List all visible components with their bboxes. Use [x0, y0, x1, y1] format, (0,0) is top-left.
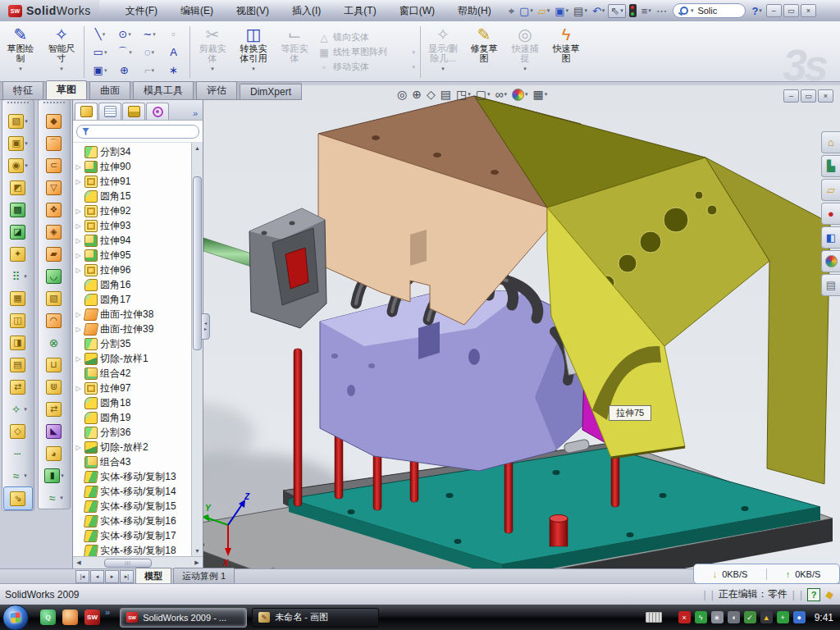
panel-overflow-chevron[interactable]: » [193, 108, 201, 120]
overflow-icon[interactable]: ⋯ [655, 5, 669, 17]
surface-toolbar-button[interactable]: ⊂ [40, 154, 68, 176]
surface-toolbar-button[interactable]: ⊗ [40, 331, 68, 354]
tree-item[interactable]: ▷ 拉伸94 [73, 233, 191, 248]
tab-nav-button[interactable]: |◂ [75, 570, 89, 583]
feature-toolbar-button[interactable]: ◪ [4, 221, 32, 243]
feature-toolbar-button[interactable]: ◨ [4, 331, 32, 354]
panel-splitter-handle[interactable]: ◂▸ [201, 313, 210, 340]
toolbar-grip[interactable] [43, 102, 65, 107]
tree-item[interactable]: ▷ 拉伸93 [73, 218, 191, 233]
sketch-entity-button[interactable]: ╲▾ [88, 25, 112, 43]
command-tab[interactable]: 草图 [46, 80, 87, 99]
expand-arrow-icon[interactable]: ▷ [75, 355, 82, 363]
tree-item[interactable]: ▷ 曲面-拉伸39 [73, 322, 191, 336]
save-button[interactable]: ▣▾ [553, 5, 570, 17]
command-tab[interactable]: 曲面 [89, 81, 130, 99]
feature-toolbar-button[interactable]: ⇘ [3, 486, 33, 510]
print-button[interactable]: ▤▾ [572, 5, 589, 17]
home-icon[interactable]: ⌂ [821, 131, 840, 153]
surface-toolbar-button[interactable]: ⊔ [40, 354, 68, 376]
feature-toolbar-button[interactable]: ◉ ▾ [4, 154, 32, 176]
messenger-icon[interactable]: Q [40, 609, 56, 625]
network-warning-icon[interactable]: ▲ [760, 611, 773, 623]
expand-arrow-icon[interactable]: ▷ [75, 237, 82, 244]
surface-toolbar-button[interactable]: ◣ [40, 420, 68, 442]
task-button-solidworks[interactable]: SW SolidWorks 2009 - ... [120, 608, 247, 628]
hide-show-icon[interactable]: ∞▾ [495, 88, 507, 101]
scroll-left-icon[interactable]: ◀ [73, 559, 84, 566]
pin-icon[interactable]: ⌖ [507, 5, 516, 17]
expand-arrow-icon[interactable]: ▷ [75, 252, 82, 259]
resources-icon[interactable]: ● [821, 203, 840, 225]
appearances-icon[interactable]: ▾ [512, 89, 528, 101]
tree-item[interactable]: 实体-移动/复制15 [73, 499, 191, 514]
shield-lightning-icon[interactable]: ϟ [695, 611, 707, 623]
feature-toolbar-button[interactable]: ⠿ ▾ [4, 265, 32, 287]
sketch-entity-button[interactable]: ∗ [162, 62, 186, 80]
surface-toolbar-button[interactable]: ⌒ [40, 132, 68, 154]
feature-toolbar-button[interactable]: ┄ [4, 442, 32, 464]
sketch-entity-button[interactable]: ◌▾ [137, 43, 162, 62]
feature-toolbar-button[interactable]: ◇ [4, 420, 32, 442]
tree-item[interactable]: 实体-移动/复制17 [73, 528, 191, 543]
antivirus-icon[interactable]: × [678, 611, 691, 623]
sketch-entity-button[interactable]: A [162, 43, 186, 62]
tree-item[interactable]: 圆角19 [73, 410, 191, 425]
feature-toolbar-button[interactable]: ▣ ▾ [4, 132, 32, 154]
tree-item[interactable]: 实体-移动/复制14 [73, 484, 191, 499]
minimize-button[interactable]: – [766, 4, 782, 17]
tree-item[interactable]: ▷ 拉伸92 [73, 203, 191, 218]
menu-item[interactable]: 帮助(H) [446, 1, 503, 21]
tree-item[interactable]: ▷ 切除-放样2 [73, 440, 191, 454]
sketch-entity-button[interactable]: ⌐▾ [137, 62, 162, 80]
doc-restore-button[interactable]: ▭ [801, 89, 816, 103]
toolbar-grip[interactable] [7, 102, 29, 107]
tree-item[interactable]: 分割35 [73, 336, 191, 351]
tree-item[interactable]: 圆角17 [73, 292, 191, 307]
expand-arrow-icon[interactable]: ▷ [75, 222, 82, 230]
expand-arrow-icon[interactable]: ▷ [75, 163, 82, 171]
view-orientation-icon[interactable]: ◳▾ [456, 88, 471, 101]
menu-item[interactable]: 插入(I) [281, 1, 332, 21]
expand-arrow-icon[interactable]: ▷ [75, 208, 82, 215]
search-input[interactable] [696, 5, 738, 16]
dimxpert-manager-tab[interactable] [146, 103, 169, 120]
tree-item[interactable]: 实体-移动/复制18 [73, 543, 191, 556]
surface-toolbar-button[interactable]: ≈ ▾ [40, 486, 68, 509]
feature-toolbar-button[interactable]: ⇄ [4, 376, 32, 398]
feature-toolbar-button[interactable]: ≈ ▾ [4, 464, 32, 486]
scroll-up-icon[interactable]: ▲ [194, 143, 200, 153]
file-explorer-icon[interactable]: ▱ [821, 179, 840, 201]
network-speed-widget[interactable]: ↓0KB/S ↑0KB/S [693, 564, 840, 584]
sketch-entity-button[interactable]: ▫ [162, 25, 186, 43]
zoom-fit-icon[interactable]: ◎ [397, 88, 407, 101]
expand-arrow-icon[interactable]: ▷ [75, 267, 82, 274]
solidworks-quicklaunch-icon[interactable]: SW [84, 609, 100, 625]
tree-item[interactable]: ▷ 拉伸97 [73, 381, 191, 395]
sketch-entity-button[interactable]: ▣▾ [88, 62, 112, 80]
surface-toolbar-button[interactable]: ◡ [40, 265, 68, 287]
tree-horizontal-scrollbar[interactable]: ◀ ||| ▶ [73, 556, 203, 568]
ribbon-stack-button[interactable]: ▦ 线性草图阵列 ▾ [318, 46, 415, 58]
menu-item[interactable]: 编辑(E) [169, 1, 225, 21]
surface-toolbar-button[interactable]: ◕ [40, 442, 68, 464]
update-icon[interactable]: ∗ [711, 611, 724, 623]
command-tab[interactable]: 特征 [2, 81, 43, 99]
tree-item[interactable]: ▷ 拉伸96 [73, 262, 191, 277]
security-ball-icon[interactable] [62, 609, 78, 625]
surface-toolbar-button[interactable]: ⋓ [40, 376, 68, 398]
sketch-entity-button[interactable]: ▭▾ [88, 43, 112, 62]
appearances-pane-icon[interactable] [821, 250, 840, 272]
design-library-icon[interactable]: ▙ [821, 155, 840, 177]
feature-toolbar-button[interactable]: ◩ [4, 176, 32, 199]
feature-toolbar-button[interactable]: ✧ ▾ [4, 398, 32, 420]
scroll-down-icon[interactable]: ▼ [194, 546, 200, 556]
start-button[interactable] [2, 605, 29, 630]
ribbon-right-button[interactable]: ✎ 修复草图 [463, 23, 504, 81]
feature-toolbar-button[interactable]: ▩ [4, 199, 32, 221]
feature-toolbar-button[interactable]: ▧ ▾ [4, 110, 32, 132]
command-tab[interactable]: 模具工具 [133, 81, 194, 99]
ribbon-stack-button[interactable]: ▫ 移动实体 ▾ [318, 61, 415, 73]
scene-icon[interactable]: ▦▾ [532, 88, 547, 101]
configuration-manager-tab[interactable] [122, 103, 145, 120]
